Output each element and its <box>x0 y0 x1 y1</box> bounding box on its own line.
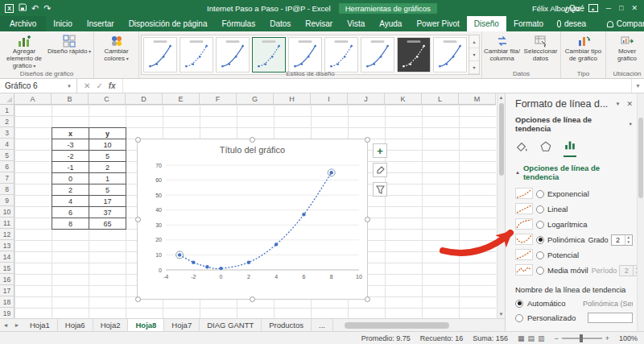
column-header-b[interactable]: B <box>52 93 89 105</box>
chart-style-thumb-9[interactable] <box>433 37 467 73</box>
add-chart-element-button[interactable]: Agregar elemento de gráfico <box>2 33 47 70</box>
page-break-view-icon[interactable]: ▥ <box>538 334 545 342</box>
chart-handle[interactable] <box>135 217 141 222</box>
row-header-10[interactable]: 10 <box>0 206 14 218</box>
row-header-8[interactable]: 8 <box>0 184 14 195</box>
scroll-down-icon[interactable]: ▼ <box>499 310 504 318</box>
chart-plot[interactable]: 010203040506070-4-20246810 <box>138 139 367 299</box>
table-cell-r8c1[interactable]: 8 <box>52 218 89 230</box>
worksheet[interactable]: ABCDEFGHIJKLM 12345678910111213141516171… <box>0 93 505 318</box>
column-header-f[interactable]: F <box>200 93 237 105</box>
normal-view-icon[interactable]: ▦ <box>518 334 525 342</box>
custom-radio[interactable] <box>515 314 523 322</box>
sheet-tab-productos[interactable]: Productos <box>262 319 312 331</box>
table-header-x[interactable]: x <box>52 128 89 139</box>
excel-logo-icon[interactable]: X <box>5 4 14 13</box>
row-header-7[interactable]: 7 <box>0 172 14 184</box>
chart-styles-button[interactable] <box>373 163 387 177</box>
chart-style-thumb-3[interactable] <box>216 37 250 73</box>
switch-row-column-button[interactable]: Cambiar fila/ columna <box>483 33 522 70</box>
chart-filters-button[interactable] <box>373 182 387 197</box>
zoom-out-icon[interactable]: − <box>554 334 558 342</box>
close-icon[interactable]: ✕ <box>631 5 638 12</box>
tab-power-pivot[interactable]: Power Pivot <box>409 16 466 31</box>
table-cell-r8c2[interactable]: 65 <box>89 218 126 230</box>
formula-expand-icon[interactable]: ▼ <box>631 79 644 93</box>
table-header-y[interactable]: y <box>89 128 126 139</box>
table-cell-r5c2[interactable]: 5 <box>89 184 126 196</box>
horizontal-scroll-thumb[interactable] <box>345 322 449 329</box>
tab-archivo[interactable]: Archivo <box>0 16 46 31</box>
sheet-nav-right-icon[interactable]: ► <box>11 319 23 331</box>
chart-style-thumb-8[interactable] <box>397 37 431 73</box>
table-cell-r3c1[interactable]: -1 <box>52 162 89 173</box>
zoom-slider[interactable] <box>562 338 602 339</box>
change-colors-button[interactable]: Cambiar colores <box>96 33 137 70</box>
gallery-up-icon[interactable]: ▴ <box>469 35 479 48</box>
chart-style-thumb-1[interactable] <box>143 37 177 73</box>
chart-style-thumb-5[interactable] <box>288 37 322 73</box>
tab-f-rmulas[interactable]: Fórmulas <box>214 16 262 31</box>
table-cell-r3c2[interactable]: 2 <box>89 162 126 173</box>
column-header-a[interactable]: A <box>14 93 52 105</box>
column-header-e[interactable]: E <box>163 93 200 105</box>
table-cell-r2c2[interactable]: 5 <box>89 151 126 162</box>
row-header-4[interactable]: 4 <box>0 139 14 150</box>
column-header-m[interactable]: M <box>459 93 496 105</box>
chart-style-thumb-4[interactable] <box>252 37 286 73</box>
redo-icon[interactable]: ↷ <box>43 4 51 13</box>
tab-formato[interactable]: Formato <box>506 16 551 31</box>
logar-tmica-label[interactable]: Logarítmica <box>547 220 588 229</box>
chart-handle[interactable] <box>250 137 255 143</box>
tab-inicio[interactable]: Inicio <box>46 16 79 31</box>
row-header-5[interactable]: 5 <box>0 150 14 161</box>
select-data-button[interactable]: Seleccionar datos <box>522 33 560 70</box>
change-chart-type-button[interactable]: Cambiar tipo de gráfico <box>563 33 604 70</box>
zoom-slider-thumb[interactable] <box>580 334 583 342</box>
automatic-radio[interactable] <box>515 300 523 308</box>
trendline-options-icon[interactable] <box>564 139 576 157</box>
column-header-j[interactable]: J <box>348 93 385 105</box>
row-header-17[interactable]: 17 <box>0 285 14 296</box>
row-header-9[interactable]: 9 <box>0 195 14 206</box>
column-header-l[interactable]: L <box>422 93 459 105</box>
tab-datos[interactable]: Datos <box>262 16 298 31</box>
table-cell-r6c2[interactable]: 17 <box>89 196 126 207</box>
exponencial-radio[interactable] <box>536 190 544 198</box>
pane-category-label[interactable]: Opciones de línea de tendencia <box>515 115 625 133</box>
zoom-level[interactable]: 100% <box>619 334 638 342</box>
tab-revisar[interactable]: Revisar <box>298 16 340 31</box>
chart-handle[interactable] <box>135 296 141 302</box>
column-header-h[interactable]: H <box>274 93 311 105</box>
row-header-11[interactable]: 11 <box>0 218 14 229</box>
sheet-tab-diag-gantt[interactable]: DIAG GANTT <box>200 319 262 331</box>
name-box[interactable]: Gráfico 6 ▼ <box>0 79 77 93</box>
custom-name-input[interactable] <box>588 313 633 323</box>
pane-scrollbar[interactable] <box>637 93 644 331</box>
row-header-19[interactable]: 19 <box>0 308 14 318</box>
share-button[interactable]: Compartir <box>599 16 644 31</box>
row-header-12[interactable]: 12 <box>0 229 14 240</box>
row-header-1[interactable]: 1 <box>0 105 14 116</box>
table-cell-r7c2[interactable]: 37 <box>89 207 126 218</box>
grado-spinner[interactable]: 2▲▼ <box>611 234 633 246</box>
sheet-tab-hoja7[interactable]: Hoja7 <box>164 319 200 331</box>
tab-insertar[interactable]: Insertar <box>80 16 122 31</box>
exponencial-label[interactable]: Exponencial <box>547 189 589 198</box>
zoom-in-icon[interactable]: + <box>605 334 609 342</box>
column-header-c[interactable]: C <box>89 93 126 105</box>
row-header-6[interactable]: 6 <box>0 161 14 172</box>
lineal-label[interactable]: Lineal <box>547 205 568 213</box>
undo-icon[interactable]: ↶ <box>31 4 39 13</box>
row-header-14[interactable]: 14 <box>0 251 14 263</box>
horizontal-scrollbar[interactable] <box>338 321 500 329</box>
polin-mica-radio[interactable] <box>536 236 544 244</box>
chart-elements-button[interactable]: + <box>373 143 387 158</box>
sheet-tab-hoja2[interactable]: Hoja2 <box>93 319 129 331</box>
sheet-tab-hoja1[interactable]: Hoja1 <box>23 319 58 331</box>
row-header-16[interactable]: 16 <box>0 274 14 285</box>
tab-ayuda[interactable]: Ayuda <box>372 16 409 31</box>
formula-cancel-icon[interactable]: ✕ <box>84 81 90 90</box>
table-cell-r4c1[interactable]: 0 <box>52 173 89 184</box>
gallery-down-icon[interactable]: ▾ <box>469 48 479 61</box>
